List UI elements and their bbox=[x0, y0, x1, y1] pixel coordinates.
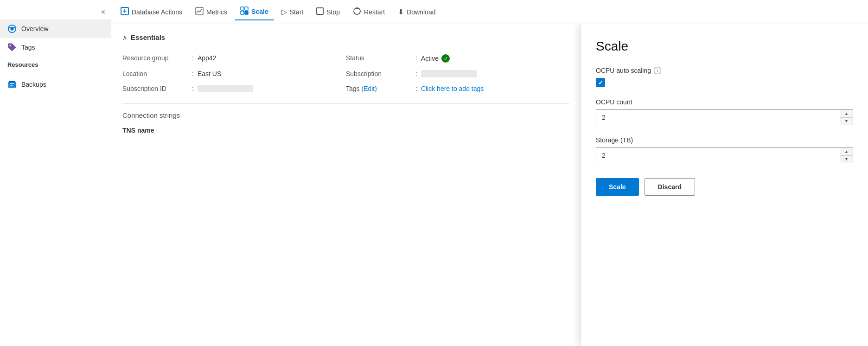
metrics-icon bbox=[195, 7, 204, 17]
scale-button[interactable]: Scale bbox=[596, 178, 639, 196]
svg-point-2 bbox=[10, 45, 11, 46]
scale-actions: Scale Discard bbox=[596, 178, 853, 196]
tags-label: Tags bbox=[21, 44, 35, 51]
nav-start[interactable]: ▷ Start bbox=[276, 5, 309, 19]
storage-label: Storage (TB) bbox=[596, 136, 853, 144]
top-navigation: Database Actions Metrics Scale bbox=[111, 0, 868, 24]
sidebar-divider bbox=[7, 73, 103, 73]
storage-spinners: ▲ ▼ bbox=[840, 148, 853, 163]
ocpu-auto-scaling-checkbox-container bbox=[596, 78, 853, 87]
essentials-header: ∧ Essentials bbox=[122, 33, 569, 41]
essentials-title: Essentials bbox=[131, 33, 165, 41]
storage-up-button[interactable]: ▲ bbox=[840, 148, 853, 156]
sidebar: « Overview Tags Resources bbox=[0, 0, 111, 346]
discard-button[interactable]: Discard bbox=[645, 178, 695, 196]
svg-rect-5 bbox=[10, 83, 14, 84]
storage-down-button[interactable]: ▼ bbox=[840, 156, 853, 163]
status-label: Status bbox=[346, 54, 415, 62]
svg-rect-6 bbox=[10, 85, 13, 86]
metrics-label: Metrics bbox=[206, 8, 227, 16]
subscription-value bbox=[421, 70, 477, 77]
nav-database-actions[interactable]: Database Actions bbox=[115, 4, 188, 20]
ocpu-auto-scaling-label: OCPU auto scaling i bbox=[596, 67, 853, 74]
nav-download[interactable]: ⬇ Download bbox=[392, 5, 441, 19]
tags-icon bbox=[7, 43, 17, 52]
database-actions-label: Database Actions bbox=[132, 8, 182, 16]
svg-rect-11 bbox=[241, 11, 244, 14]
backups-label: Backups bbox=[21, 81, 46, 88]
start-icon: ▷ bbox=[281, 7, 287, 16]
storage-input[interactable] bbox=[596, 148, 840, 163]
backups-icon bbox=[7, 80, 17, 89]
ocpu-count-label: OCPU count bbox=[596, 98, 853, 106]
essentials-toggle-icon[interactable]: ∧ bbox=[122, 34, 127, 41]
stop-icon bbox=[316, 7, 324, 17]
location-label: Location bbox=[122, 70, 192, 77]
scale-panel: Scale OCPU auto scaling i OCPU count ▲ bbox=[581, 24, 868, 346]
subscription-label: Subscription bbox=[346, 70, 415, 77]
essentials-row-tags: Tags (Edit) : Click here to add tags bbox=[346, 81, 569, 96]
ocpu-count-section: OCPU count ▲ ▼ bbox=[596, 98, 853, 125]
nav-stop[interactable]: Stop bbox=[311, 5, 345, 19]
scale-panel-title: Scale bbox=[596, 39, 853, 54]
ocpu-count-input-container: ▲ ▼ bbox=[596, 109, 853, 125]
status-active-icon: ✓ bbox=[441, 54, 450, 63]
essentials-grid: Resource group : App42 Status : Active ✓… bbox=[122, 51, 569, 96]
resources-section-label: Resources bbox=[0, 57, 111, 71]
essentials-row-status: Status : Active ✓ bbox=[346, 51, 569, 66]
ocpu-count-down-button[interactable]: ▼ bbox=[840, 118, 853, 125]
subscription-id-label: Subscription ID bbox=[122, 85, 192, 92]
collapse-icon[interactable]: « bbox=[101, 7, 105, 16]
overview-icon bbox=[7, 24, 17, 33]
svg-rect-3 bbox=[8, 82, 16, 88]
stop-label: Stop bbox=[326, 8, 340, 16]
scale-label: Scale bbox=[251, 8, 268, 15]
content-area: ∧ Essentials Resource group : App42 Stat… bbox=[111, 24, 868, 346]
restart-label: Restart bbox=[364, 8, 385, 16]
tags-value[interactable]: Click here to add tags bbox=[421, 85, 484, 92]
storage-section: Storage (TB) ▲ ▼ bbox=[596, 136, 853, 163]
sidebar-item-backups[interactable]: Backups bbox=[0, 75, 111, 94]
start-label: Start bbox=[290, 8, 304, 16]
ocpu-auto-scaling-section: OCPU auto scaling i bbox=[596, 67, 853, 87]
restart-icon bbox=[353, 7, 361, 17]
resource-group-label: Resource group bbox=[122, 54, 192, 62]
svg-rect-4 bbox=[9, 81, 15, 83]
svg-rect-10 bbox=[245, 7, 248, 10]
resource-group-value: App42 bbox=[198, 54, 216, 62]
subscription-redacted bbox=[421, 70, 477, 77]
essentials-row-subscription: Subscription : bbox=[346, 66, 569, 81]
sidebar-item-tags[interactable]: Tags bbox=[0, 38, 111, 57]
essentials-row-subscription-id: Subscription ID : bbox=[122, 81, 346, 96]
ocpu-auto-scaling-info-icon[interactable]: i bbox=[654, 67, 661, 74]
storage-input-container: ▲ ▼ bbox=[596, 147, 853, 163]
nav-restart[interactable]: Restart bbox=[347, 4, 390, 20]
svg-rect-13 bbox=[317, 8, 323, 14]
subscription-id-redacted bbox=[198, 85, 253, 92]
nav-scale[interactable]: Scale bbox=[235, 4, 274, 20]
essentials-divider bbox=[122, 103, 569, 104]
tags-edit-link[interactable]: (Edit) bbox=[361, 85, 377, 92]
subscription-id-value bbox=[198, 85, 253, 92]
ocpu-count-spinners: ▲ ▼ bbox=[840, 110, 853, 125]
essentials-panel: ∧ Essentials Resource group : App42 Stat… bbox=[111, 24, 581, 346]
ocpu-auto-scaling-checkbox[interactable] bbox=[596, 78, 605, 87]
overview-label: Overview bbox=[21, 25, 48, 32]
location-value: East US bbox=[198, 70, 221, 77]
connection-strings-title: Connection strings bbox=[122, 111, 569, 119]
svg-rect-12 bbox=[245, 11, 248, 14]
ocpu-count-up-button[interactable]: ▲ bbox=[840, 110, 853, 118]
scale-icon bbox=[240, 6, 249, 17]
sidebar-item-overview[interactable]: Overview bbox=[0, 19, 111, 38]
nav-metrics[interactable]: Metrics bbox=[190, 4, 233, 20]
essentials-row-resource-group: Resource group : App42 bbox=[122, 51, 346, 66]
ocpu-count-input[interactable] bbox=[596, 110, 840, 125]
sidebar-collapse-button[interactable]: « bbox=[0, 4, 111, 19]
svg-rect-9 bbox=[241, 7, 244, 10]
tns-name-label: TNS name bbox=[122, 127, 569, 134]
status-text: Active bbox=[421, 55, 439, 62]
essentials-row-location: Location : East US bbox=[122, 66, 346, 81]
main-content: Database Actions Metrics Scale bbox=[111, 0, 868, 346]
svg-point-1 bbox=[10, 27, 13, 30]
download-label: Download bbox=[407, 8, 435, 16]
